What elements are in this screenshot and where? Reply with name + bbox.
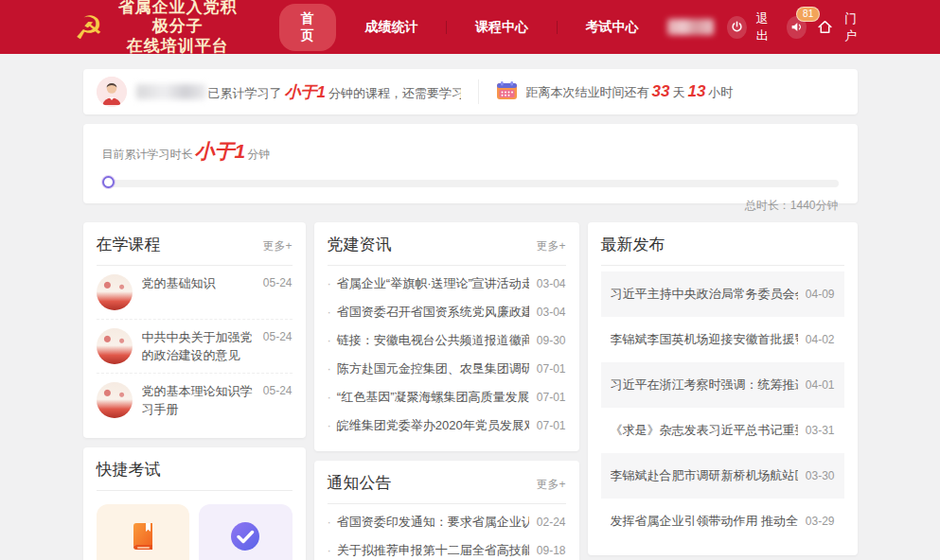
- course-thumbnail: [97, 328, 133, 364]
- latest-item[interactable]: 习近平主持中央政治局常务委员会会议 分析国...04-09: [601, 271, 844, 317]
- news-date: 03-04: [537, 306, 566, 319]
- notice-date: 09-18: [537, 544, 566, 557]
- news-title[interactable]: 皖维集团党委举办2020年党员发展对象培训班...: [328, 417, 529, 434]
- countdown-text: 距离本次结业时间还有33天13小时: [526, 82, 734, 101]
- study-progress-card: 目前累计学习时长小于1分钟 总时长：1440分钟: [83, 124, 858, 203]
- study-mid: 分钟的课程，还需要学习: [328, 86, 461, 100]
- countdown-days-unit: 天: [672, 85, 684, 99]
- check-circle-icon: [229, 520, 261, 556]
- news-item[interactable]: 陈方赴国元金控集团、农垦集团调研督导07-01: [328, 355, 566, 383]
- username-redacted: [667, 19, 715, 35]
- courses-card: 在学课程 更多+ 05-24党的基础知识 05-24中共中央关于加强党的政治建设…: [83, 222, 306, 438]
- user-avatar[interactable]: [97, 77, 127, 107]
- study-minutes-highlight: 小于1: [282, 83, 328, 101]
- notices-card: 通知公告 更多+ 省国资委印发通知：要求省属企业认真贯彻落...02-24 关于…: [314, 461, 579, 560]
- latest-title[interactable]: 习近平主持中央政治局常务委员会会议 分析国...: [611, 286, 798, 303]
- notices-list: 省国资委印发通知：要求省属企业认真贯彻落...02-24 关于拟推荐申报第十二届…: [328, 504, 566, 560]
- study-prefix: 已累计学习了: [208, 86, 282, 100]
- course-thumbnail: [97, 382, 133, 418]
- nav-exam-center[interactable]: 考试中心: [558, 19, 667, 36]
- latest-posts-card: 最新发布 习近平主持中央政治局常务委员会会议 分析国...04-09 李锦斌李国…: [588, 222, 858, 555]
- course-item[interactable]: 05-24中共中央关于加强党的政治建设的意见: [97, 320, 293, 374]
- latest-date: 04-01: [806, 378, 835, 392]
- course-title[interactable]: 党的基本理论知识学习手册: [142, 384, 253, 416]
- latest-title[interactable]: 发挥省属企业引领带动作用 推动全省企业尽快...: [611, 513, 798, 530]
- course-title[interactable]: 中共中央关于加强党的政治建设的意见: [142, 330, 253, 362]
- course-date: 05-24: [263, 328, 293, 346]
- news-title[interactable]: 省属企业“举旗帜·送理论”宣讲活动走进华安...: [328, 275, 529, 292]
- latest-title[interactable]: 习近平在浙江考察时强调：统筹推进疫情防控...: [611, 376, 798, 394]
- notices-title: 通知公告: [328, 472, 392, 494]
- course-item[interactable]: 05-24党的基础知识: [97, 266, 293, 320]
- news-title[interactable]: 链接：安徽电视台公共频道报道徽商职业学院...: [328, 332, 529, 349]
- courses-list: 05-24党的基础知识 05-24中共中央关于加强党的政治建设的意见 05-24…: [97, 266, 293, 427]
- courses-title: 在学课程: [97, 234, 161, 255]
- latest-date: 03-30: [806, 469, 835, 482]
- calendar-icon: [496, 80, 518, 104]
- study-summary: 已累计学习了小于1分钟的课程，还需要学习1440分钟即可参加考试，继续加油！: [208, 81, 461, 103]
- app-title: 省属企业入党积极分子 在线培训平台: [111, 0, 245, 56]
- notice-item[interactable]: 省国资委印发通知：要求省属企业认真贯彻落...02-24: [328, 508, 566, 536]
- app-title-line2: 在线培训平台: [111, 37, 245, 56]
- party-news-more-link[interactable]: 更多+: [536, 238, 565, 254]
- progress-label: 目前累计学习时长小于1分钟: [102, 138, 839, 165]
- mock-exam-tile[interactable]: 模拟考试: [97, 504, 190, 560]
- sound-icon[interactable]: 81: [787, 16, 807, 39]
- news-date: 09-30: [537, 334, 566, 347]
- quick-exam-title: 快捷考试: [97, 459, 161, 481]
- app-title-line1: 省属企业入党积极分子: [111, 0, 245, 37]
- power-icon[interactable]: [727, 16, 747, 39]
- slider-track[interactable]: [106, 180, 839, 187]
- latest-item[interactable]: 李锦斌赴合肥市调研新桥机场航站区规划建设...03-30: [601, 453, 844, 499]
- nav-course-center[interactable]: 课程中心: [447, 19, 557, 36]
- notice-title[interactable]: 省国资委印发通知：要求省属企业认真贯彻落...: [328, 514, 529, 531]
- notices-more-link[interactable]: 更多+: [536, 477, 565, 493]
- portal-link[interactable]: 门户: [844, 10, 865, 44]
- notification-badge: 81: [796, 7, 820, 22]
- latest-item[interactable]: 李锦斌李国英机场迎接安徽首批援鄂医疗队凯...04-02: [601, 317, 844, 362]
- latest-item[interactable]: 发挥省属企业引领带动作用 推动全省企业尽快...03-29: [601, 499, 844, 544]
- latest-posts-list: 习近平主持中央政治局常务委员会会议 分析国...04-09 李锦斌李国英机场迎接…: [601, 266, 844, 544]
- main-nav: 首页 成绩统计 课程中心 考试中心: [279, 4, 667, 51]
- latest-date: 04-09: [806, 288, 835, 301]
- latest-date: 03-29: [806, 515, 835, 528]
- news-date: 03-04: [537, 277, 566, 290]
- progress-value: 小于1: [193, 140, 248, 162]
- latest-date: 03-31: [806, 424, 835, 437]
- app-header: ☭ 省属企业入党积极分子 在线培训平台 首页 成绩统计 课程中心 考试中心 退出…: [0, 0, 940, 54]
- latest-item[interactable]: 习近平在浙江考察时强调：统筹推进疫情防控...04-01: [601, 362, 844, 408]
- countdown-hours: 13: [684, 82, 708, 100]
- news-item[interactable]: 省国资委召开省国资系统党风廉政建设和反腐...03-04: [328, 298, 566, 326]
- latest-title[interactable]: 李锦斌赴合肥市调研新桥机场航站区规划建设...: [611, 467, 798, 484]
- nav-home[interactable]: 首页: [279, 4, 337, 51]
- nav-score-stats[interactable]: 成绩统计: [336, 19, 446, 36]
- courses-more-link[interactable]: 更多+: [262, 238, 292, 254]
- course-title[interactable]: 党的基础知识: [142, 276, 216, 290]
- latest-date: 04-02: [806, 333, 835, 346]
- home-icon[interactable]: [816, 16, 836, 39]
- news-item[interactable]: 省属企业“举旗帜·送理论”宣讲活动走进华安...03-04: [328, 270, 566, 298]
- notice-title[interactable]: 关于拟推荐申报第十二届全省高技能人才评选...: [328, 542, 529, 559]
- news-date: 07-01: [537, 362, 566, 376]
- party-news-title: 党建资讯: [328, 234, 392, 255]
- news-title[interactable]: “红色基因”凝聚海螺集团高质量发展磅礴力...: [328, 389, 529, 406]
- quick-exam-card: 快捷考试 模拟考试 结业考试: [83, 447, 306, 560]
- news-item[interactable]: 皖维集团党委举办2020年党员发展对象培训班...07-01: [328, 411, 566, 440]
- notice-item[interactable]: 关于拟推荐申报第十二届全省高技能人才评选...09-18: [328, 536, 566, 560]
- course-item[interactable]: 05-24党的基本理论知识学习手册: [97, 374, 293, 427]
- vertical-divider: [478, 79, 479, 104]
- slider-handle[interactable]: [102, 176, 115, 188]
- logo: ☭ 省属企业入党积极分子 在线培训平台: [75, 0, 245, 56]
- latest-item[interactable]: 《求是》杂志发表习近平总书记重要文章《在...03-31: [601, 408, 844, 453]
- progress-slider: [102, 176, 839, 190]
- countdown-hours-unit: 小时: [708, 85, 733, 99]
- latest-title[interactable]: 《求是》杂志发表习近平总书记重要文章《在...: [611, 422, 798, 439]
- news-title[interactable]: 省国资委召开省国资系统党风廉政建设和反腐...: [328, 304, 529, 321]
- user-info-bar: 已累计学习了小于1分钟的课程，还需要学习1440分钟即可参加考试，继续加油！ 距…: [83, 69, 858, 114]
- logout-button[interactable]: 退出: [756, 10, 777, 44]
- news-item[interactable]: 链接：安徽电视台公共频道报道徽商职业学院...09-30: [328, 326, 566, 355]
- latest-title[interactable]: 李锦斌李国英机场迎接安徽首批援鄂医疗队凯...: [611, 331, 798, 348]
- final-exam-tile[interactable]: 结业考试: [199, 504, 293, 560]
- news-item[interactable]: “红色基因”凝聚海螺集团高质量发展磅礴力...07-01: [328, 383, 566, 411]
- news-title[interactable]: 陈方赴国元金控集团、农垦集团调研督导: [328, 360, 529, 377]
